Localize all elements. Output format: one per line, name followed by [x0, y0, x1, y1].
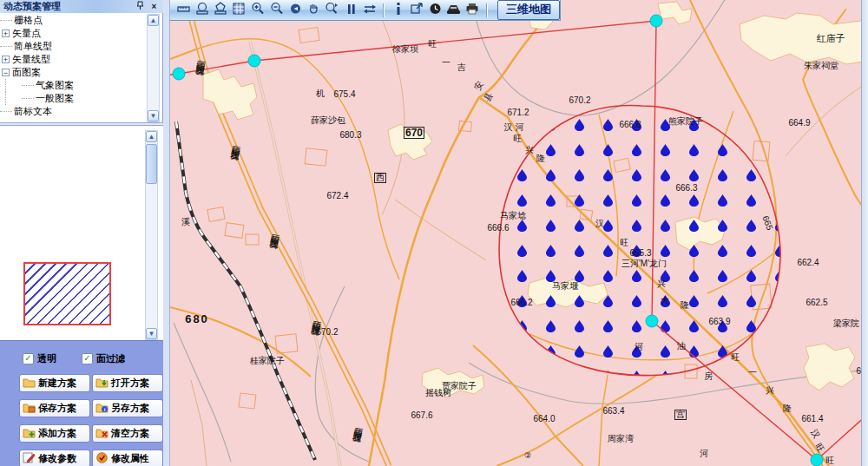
tree-item-label: 箭标文本: [14, 105, 52, 118]
folder-saveas-icon: i: [95, 402, 108, 415]
map-canvas[interactable]: 徐家坝红庙子朱家祠堂664.9671.2汉 河旺兴隆670.2666.8熊家院子…: [170, 0, 861, 466]
zoom-in-button[interactable]: [251, 2, 266, 19]
tree-item-简单线型[interactable]: 简单线型: [0, 40, 146, 53]
tree-item-箭标文本[interactable]: 箭标文本: [0, 105, 146, 118]
checkbox-label: 透明: [37, 352, 56, 365]
folder-new-icon: [23, 377, 36, 390]
tree-item-栅格点[interactable]: 栅格点: [0, 14, 146, 27]
right-scroll-strip[interactable]: [861, 0, 868, 466]
checkbox-check-icon[interactable]: ✓: [82, 353, 93, 364]
zoom-window-icon: [325, 2, 339, 18]
pause-button[interactable]: [344, 2, 358, 19]
edit-props-icon: [95, 452, 108, 465]
checkbox-check-icon[interactable]: ✓: [23, 353, 34, 364]
measure-ruler-icon: [177, 3, 191, 18]
tree-item-label: 一般图案: [36, 92, 74, 105]
scan-tray-button[interactable]: [446, 2, 461, 19]
measure-ruler-button[interactable]: [176, 2, 191, 19]
tree-indent: [5, 79, 22, 92]
plan-vertex-handle[interactable]: [650, 15, 662, 27]
tree-item-label: 简单线型: [14, 40, 52, 53]
button-保存方案[interactable]: 保存方案: [19, 399, 90, 417]
export-button[interactable]: [410, 2, 424, 19]
print-icon: [465, 3, 479, 18]
expand-plus-icon[interactable]: +: [2, 56, 10, 63]
tree-item-气象图案[interactable]: 气象图案: [0, 79, 146, 92]
tree-item-矢量点[interactable]: +矢量点: [0, 27, 146, 40]
plan-vertex-handle[interactable]: [173, 68, 185, 80]
toolbar: 三维地图: [170, 0, 561, 21]
tree-item-label: 气象图案: [36, 79, 74, 92]
tree-connector: [22, 85, 34, 86]
tree-item-label: 矢量线型: [12, 53, 50, 66]
plan-vertex-handle[interactable]: [248, 55, 260, 67]
tree-scrollbar[interactable]: ▲ ▼: [147, 14, 160, 122]
button-label: 添加方案: [38, 427, 76, 440]
collapse-minus-icon[interactable]: −: [2, 69, 10, 76]
tree-indent: [5, 92, 22, 105]
button-label: 另存方案: [111, 402, 149, 415]
plan-control-panel: ✓透明✓面过滤新建方案打开方案保存方案i另存方案添加方案清空方案修改参数修改属性: [0, 340, 163, 466]
tree-item-矢量线型[interactable]: +矢量线型: [0, 53, 146, 66]
toolbar-separator: [486, 3, 488, 17]
clock-button[interactable]: [428, 2, 443, 19]
grid-button[interactable]: [232, 2, 247, 19]
application-window: 徐家坝红庙子朱家祠堂664.9671.2汉 河旺兴隆670.2666.8熊家院子…: [0, 0, 868, 466]
panel-splitter[interactable]: [163, 0, 170, 466]
button-修改属性[interactable]: 修改属性: [92, 450, 163, 466]
scroll-down-icon[interactable]: ▼: [148, 110, 159, 121]
plan-area-circle[interactable]: [499, 106, 780, 376]
button-清空方案[interactable]: 清空方案: [92, 424, 163, 443]
button-另存方案[interactable]: i另存方案: [92, 399, 163, 417]
clock-icon: [429, 3, 442, 18]
edit-params-icon: [23, 452, 36, 465]
tree-connector: [0, 111, 12, 112]
button-新建方案[interactable]: 新建方案: [19, 374, 90, 392]
tree-item-一般图案[interactable]: 一般图案: [0, 92, 146, 105]
scroll-up-icon[interactable]: ▲: [146, 131, 157, 142]
print-button[interactable]: [465, 2, 480, 19]
pattern-tile-hatch[interactable]: [23, 262, 111, 325]
checkbox-透明[interactable]: ✓透明: [23, 352, 56, 365]
measure-polygon-button[interactable]: [214, 2, 228, 19]
plan-vertex-handle[interactable]: [811, 454, 823, 466]
pin-icon[interactable]: [135, 1, 146, 12]
info-button[interactable]: [391, 2, 405, 19]
panel-title-bar: 动态预案管理 ×: [0, 0, 163, 13]
previous-view-icon: [289, 3, 302, 18]
tree-connector: [22, 98, 34, 99]
tree-item-label: 矢量点: [12, 27, 41, 40]
folder-open-icon: [95, 377, 108, 390]
scroll-down-icon[interactable]: ▼: [146, 328, 157, 339]
button-修改参数[interactable]: 修改参数: [19, 450, 90, 466]
expand-plus-icon[interactable]: +: [2, 30, 10, 37]
button-打开方案[interactable]: 打开方案: [92, 374, 163, 392]
sidebar-panel: 动态预案管理 × 栅格点+矢量点简单线型+矢量线型−面图案气象图案一般图案箭标文…: [0, 0, 163, 466]
pattern-scrollbar[interactable]: ▲ ▼: [145, 130, 158, 340]
measure-circle-button[interactable]: [194, 2, 209, 19]
button-label: 新建方案: [38, 377, 76, 390]
scroll-thumb[interactable]: [146, 144, 157, 184]
button-添加方案[interactable]: 添加方案: [19, 424, 90, 443]
tree-item-面图案[interactable]: −面图案: [0, 66, 146, 79]
map-3d-button[interactable]: 三维地图: [497, 0, 560, 20]
zoom-window-button[interactable]: [325, 2, 339, 19]
tree-connector: [0, 46, 12, 47]
zoom-in-icon: [251, 2, 265, 18]
scroll-up-icon[interactable]: ▲: [148, 15, 159, 26]
folder-save-icon: [23, 402, 36, 415]
button-label: 清空方案: [111, 427, 149, 440]
swap-arrows-button[interactable]: [362, 2, 377, 19]
swap-arrows-icon: [363, 3, 377, 18]
pan-hand-icon: [307, 2, 320, 18]
button-label: 修改参数: [38, 452, 76, 465]
pan-hand-button[interactable]: [306, 2, 321, 19]
zoom-out-button[interactable]: [269, 2, 284, 19]
close-icon[interactable]: ×: [148, 1, 160, 12]
button-label: 修改属性: [111, 452, 149, 465]
checkbox-面过滤[interactable]: ✓面过滤: [82, 352, 125, 365]
zoom-out-icon: [270, 2, 284, 18]
previous-view-button[interactable]: [287, 2, 302, 19]
plan-vertex-handle[interactable]: [646, 315, 658, 327]
folder-add-icon: [23, 427, 36, 440]
